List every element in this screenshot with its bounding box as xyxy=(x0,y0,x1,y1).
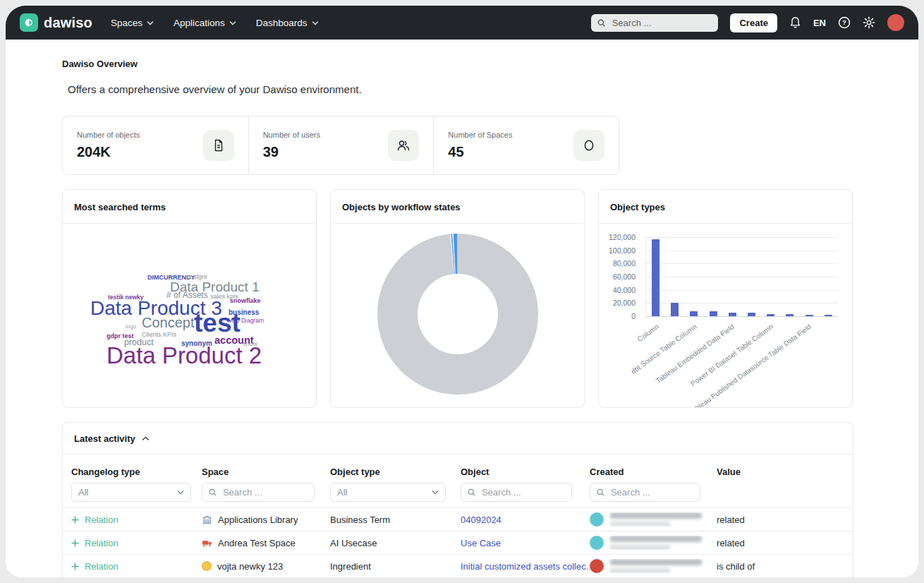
search-input[interactable] xyxy=(611,17,712,29)
created-cell xyxy=(590,559,717,573)
object-filter[interactable] xyxy=(461,483,572,502)
user-avatar[interactable] xyxy=(887,14,904,31)
activity-title: Latest activity xyxy=(74,433,135,444)
circle-icon xyxy=(573,130,604,161)
panel-header: Object types xyxy=(599,190,852,224)
changelog-cell: Relation xyxy=(71,538,202,548)
bar xyxy=(671,303,679,316)
dawiso-logo[interactable]: dawiso xyxy=(20,13,92,32)
bar xyxy=(806,315,813,316)
col-created: Created xyxy=(590,467,717,477)
menu-dashboards-label: Dashboards xyxy=(256,18,308,28)
object-link[interactable]: 04092024 xyxy=(461,515,501,525)
search-icon xyxy=(209,488,217,497)
notifications-bell-icon[interactable] xyxy=(789,16,801,29)
menu-dashboards[interactable]: Dashboards xyxy=(256,18,319,28)
bar xyxy=(786,314,794,316)
bar xyxy=(652,239,659,316)
changelog-label: Relation xyxy=(85,561,118,572)
table-row[interactable]: Relation Applications Library Business T… xyxy=(63,507,853,531)
table-row[interactable]: Relation vojta newky 123 Ingredient Init… xyxy=(63,554,853,577)
wordcloud-term: snowflake xyxy=(230,298,261,304)
object-type-cell: Business Term xyxy=(330,515,461,525)
object-filter-input[interactable] xyxy=(480,486,565,498)
y-tick: 100,000 xyxy=(609,246,636,255)
global-search[interactable] xyxy=(591,14,718,32)
panel-header: Most searched terms xyxy=(63,190,316,224)
panels-row: Most searched terms DIMCURRENCYpostgreDa… xyxy=(62,189,918,408)
chevron-up-icon[interactable] xyxy=(142,436,150,441)
creator-avatar xyxy=(590,559,604,573)
created-cell xyxy=(590,512,717,527)
dawiso-logo-icon xyxy=(20,13,38,32)
truck-icon xyxy=(202,538,212,548)
space-filter-input[interactable] xyxy=(221,486,308,498)
bar-plot xyxy=(645,237,838,317)
space-filter[interactable] xyxy=(202,483,315,502)
created-filter[interactable] xyxy=(590,483,700,502)
stat-objects: Number of objects 204K xyxy=(63,116,248,174)
panel-object-types: Object types 120,000 100,000 80,000 60,0… xyxy=(598,189,853,408)
chevron-down-icon xyxy=(229,20,236,25)
filter-value: All xyxy=(337,487,347,498)
main-content: Dawiso Overview Offers a comprehensive o… xyxy=(6,40,918,577)
svg-text:?: ? xyxy=(842,18,846,26)
table-row[interactable]: Relation Andrea Test Space AI Usecase Us… xyxy=(63,531,853,554)
value-cell: related xyxy=(717,515,853,525)
space-cell: vojta newky 123 xyxy=(202,561,330,572)
menu-spaces[interactable]: Spaces xyxy=(111,18,154,28)
bar xyxy=(748,313,755,316)
col-space: Space xyxy=(202,467,330,477)
panel-header: Objects by workflow states xyxy=(331,190,584,224)
created-cell xyxy=(590,536,717,550)
space-cell: Applications Library xyxy=(202,515,330,525)
chevron-down-icon xyxy=(177,490,184,495)
object-link[interactable]: Use Case xyxy=(461,538,501,548)
object-types-bar-chart: 120,000 100,000 80,000 60,000 40,000 20,… xyxy=(599,224,852,402)
stat-users: Number of users 39 xyxy=(248,116,434,174)
page-subtitle: Offers a comprehensive overview of your … xyxy=(68,83,918,95)
menu-applications-label: Applications xyxy=(174,18,225,28)
y-tick: 0 xyxy=(631,312,636,320)
col-object-type: Object type xyxy=(330,467,461,477)
y-axis: 120,000 100,000 80,000 60,000 40,000 20,… xyxy=(599,237,640,316)
search-icon xyxy=(597,18,605,28)
y-tick: 80,000 xyxy=(613,259,636,268)
page-title: Dawiso Overview xyxy=(62,59,918,69)
creator-avatar xyxy=(590,512,604,527)
space-label: vojta newky 123 xyxy=(217,561,283,572)
x-axis: Column dbt Source Table Column Tableau E… xyxy=(645,317,837,402)
search-icon xyxy=(597,488,604,497)
panel-title: Most searched terms xyxy=(74,202,166,212)
coin-icon xyxy=(202,561,212,571)
plus-icon xyxy=(71,516,79,524)
changelog-type-filter[interactable]: All xyxy=(71,483,191,502)
filter-value: All xyxy=(78,487,88,498)
y-tick: 60,000 xyxy=(613,272,636,281)
object-link[interactable]: Initial customized assets collec... xyxy=(461,561,590,572)
redacted-creator-info xyxy=(610,559,702,573)
create-button[interactable]: Create xyxy=(730,13,777,32)
wordcloud-term: Concept xyxy=(142,315,195,330)
top-navbar: dawiso Spaces Applications Dashboards Cr… xyxy=(6,6,918,40)
chevron-down-icon xyxy=(147,20,154,25)
space-cell: Andrea Test Space xyxy=(202,538,330,548)
search-icon xyxy=(468,488,475,497)
object-type-filter[interactable]: All xyxy=(330,483,446,502)
stat-label: Number of objects xyxy=(77,131,140,139)
stats-row: Number of objects 204K Number of users 3… xyxy=(62,116,619,175)
plus-icon xyxy=(71,539,79,547)
changelog-label: Relation xyxy=(85,515,118,525)
table-body: Relation Applications Library Business T… xyxy=(63,507,853,577)
settings-gear-icon[interactable] xyxy=(863,16,875,29)
menu-spaces-label: Spaces xyxy=(111,18,142,28)
x-tick: Tableau Embedded Data Field xyxy=(655,323,736,385)
language-selector[interactable]: EN xyxy=(813,18,826,28)
menu-applications[interactable]: Applications xyxy=(174,18,236,28)
help-icon[interactable]: ? xyxy=(838,16,851,29)
table-filter-row: All All xyxy=(63,483,853,502)
main-menu: Spaces Applications Dashboards xyxy=(111,18,319,28)
created-filter-input[interactable] xyxy=(609,486,693,498)
y-tick: 120,000 xyxy=(609,233,636,241)
changelog-cell: Relation xyxy=(71,561,202,572)
